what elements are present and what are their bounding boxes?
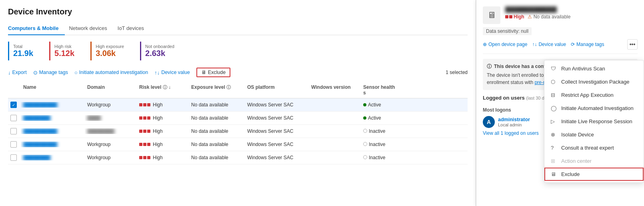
risk-label: High — [514, 14, 524, 20]
col-sensor[interactable]: Sensor health s — [361, 84, 401, 96]
row-checkbox[interactable] — [8, 141, 21, 148]
menu-consult-expert[interactable]: ? Consult a threat expert — [544, 141, 644, 154]
export-icon: ↓ — [8, 70, 11, 76]
most-logons-label: Most logons — [483, 107, 511, 113]
col-risk[interactable]: Risk level ⓘ ↓ — [137, 84, 189, 96]
col-os[interactable]: OS platform — [245, 84, 309, 96]
initiate-investigation-button[interactable]: ○ Initiate automated investigation — [74, 70, 148, 76]
user-name[interactable]: administrator — [498, 117, 530, 122]
row-os: Windows Server SAC — [245, 102, 309, 108]
more-actions-button[interactable]: ••• — [627, 39, 638, 50]
row-domain: ████ — [85, 115, 137, 121]
table-row[interactable]: ██████████ ████████ High No data availab… — [8, 125, 468, 138]
action-bar: ⊕ Open device page ↑↓ Device value ⟳ Man… — [483, 39, 638, 54]
table-row[interactable]: ██████████ Workgroup High No data availa… — [8, 138, 468, 151]
investigate-icon: ◯ — [551, 105, 557, 111]
arrows-icon: ↑↓ — [154, 70, 160, 76]
left-panel: Device Inventory Computers & Mobile Netw… — [0, 0, 476, 206]
isolate-icon: ⊗ — [551, 132, 557, 138]
device-icon: 🖥 — [483, 6, 500, 24]
manage-tags-button[interactable]: ⊙ Manage tags — [33, 70, 68, 76]
stat-total: Total 21.9k — [8, 42, 43, 60]
col-exposure[interactable]: Exposure level ⓘ — [189, 84, 245, 96]
row-checkbox[interactable] — [8, 128, 21, 134]
row-exposure: No data available — [189, 155, 245, 160]
menu-isolate-device[interactable]: ⊗ Isolate Device — [544, 128, 644, 141]
row-checkbox[interactable] — [8, 154, 21, 161]
tab-bar: Computers & Mobile Network devices IoT d… — [8, 22, 468, 35]
device-status: High ⚠ No data available — [505, 14, 638, 20]
row-risk: High — [137, 115, 189, 121]
device-name: ██████████████ — [505, 6, 638, 12]
row-os: Windows Server SAC — [245, 128, 309, 134]
question-icon: ? — [551, 145, 557, 151]
stat-high-exposure: High exposure 3.06k — [90, 42, 134, 60]
logged-users-title: Logged on users (last 30 days) — [483, 95, 552, 101]
row-name[interactable]: ██████████ — [21, 102, 85, 108]
col-winver[interactable]: Windows version — [309, 84, 361, 96]
menu-run-av-scan[interactable]: 🛡 Run Antivirus Scan — [544, 62, 644, 75]
menu-action-center: ⊞ Action center — [544, 154, 644, 168]
device-value-panel-button[interactable]: ↑↓ Device value — [532, 42, 566, 47]
row-name[interactable]: ████████ — [21, 155, 85, 160]
selected-count: 1 selected — [446, 70, 468, 75]
user-entry: A administrator Local admin — [483, 116, 530, 128]
table-row[interactable]: ████████ Workgroup High No data availabl… — [8, 151, 468, 164]
action-center-icon: ⊞ — [551, 158, 557, 164]
open-device-page-button[interactable]: ⊕ Open device page — [483, 42, 527, 47]
exclude-button[interactable]: 🖥 Exclude — [196, 68, 230, 77]
row-domain: Workgroup — [85, 142, 137, 147]
tab-network[interactable]: Network devices — [69, 22, 113, 35]
info-circle-icon: ⓘ — [487, 63, 492, 70]
user-role: Local admin — [498, 122, 530, 127]
stats-row: Total 21.9k High risk 5.12k High exposur… — [8, 42, 468, 60]
warn-icon: ⚠ — [528, 14, 532, 20]
risk-sq-1 — [505, 15, 508, 18]
menu-restrict-app[interactable]: ⊟ Restrict App Execution — [544, 88, 644, 102]
row-risk: High — [137, 155, 189, 160]
device-header: 🖥 ██████████████ High ⚠ No data availabl… — [483, 6, 638, 24]
table-row[interactable]: ████████ ████ High No data available Win… — [8, 112, 468, 125]
block-icon: ⊟ — [551, 92, 557, 98]
row-domain: ████████ — [85, 128, 137, 134]
table-row[interactable]: ✓ ██████████ Workgroup High No data avai… — [8, 98, 468, 112]
row-name[interactable]: ████████ — [21, 115, 85, 121]
risk-badge: High — [505, 14, 524, 20]
menu-initiate-investigation[interactable]: ◯ Initiate Automated Investigation — [544, 102, 644, 115]
package-icon: ⬡ — [551, 79, 557, 85]
col-domain[interactable]: Domain — [85, 84, 137, 96]
exclude-menu-icon: 🖥 — [551, 171, 557, 177]
row-sensor: Active — [361, 115, 401, 121]
row-risk: High — [137, 142, 189, 147]
menu-collect-investigation[interactable]: ⬡ Collect Investigation Package — [544, 75, 644, 88]
toolbar: ↓ Export ⊙ Manage tags ○ Initiate automa… — [8, 68, 468, 77]
row-checkbox[interactable]: ✓ — [8, 102, 21, 108]
export-button[interactable]: ↓ Export — [8, 70, 27, 76]
risk-squares — [505, 15, 512, 18]
data-sensitivity: Data sensitivity: null — [483, 27, 532, 35]
menu-exclude[interactable]: 🖥 Exclude — [544, 168, 644, 181]
tag-icon: ⊙ — [33, 70, 38, 76]
row-checkbox[interactable] — [8, 115, 21, 121]
row-sensor: Active — [361, 102, 401, 108]
row-name[interactable]: ██████████ — [21, 128, 85, 134]
row-os: Windows Server SAC — [245, 115, 309, 121]
row-exposure: No data available — [189, 102, 245, 108]
table-header: Name Domain Risk level ⓘ ↓ Exposure leve… — [8, 82, 468, 98]
tab-iot[interactable]: IoT devices — [118, 22, 150, 35]
manage-tags-panel-button[interactable]: ⟳ Manage tags — [571, 42, 604, 47]
device-value-icon: ↑↓ — [532, 42, 537, 47]
device-value-button[interactable]: ↑↓ Device value — [154, 70, 190, 76]
row-name[interactable]: ██████████ — [21, 142, 85, 147]
exclude-toolbar-icon: 🖥 — [201, 70, 206, 75]
col-name[interactable]: Name — [21, 84, 85, 96]
tab-computers[interactable]: Computers & Mobile — [8, 22, 65, 35]
menu-live-response[interactable]: ▷ Initiate Live Response Session — [544, 115, 644, 128]
row-os: Windows Server SAC — [245, 155, 309, 160]
risk-sq-2 — [509, 15, 512, 18]
row-domain: Workgroup — [85, 102, 137, 108]
user-details: administrator Local admin — [498, 117, 530, 127]
circle-icon: ○ — [74, 70, 78, 76]
row-exposure: No data available — [189, 115, 245, 121]
row-risk: High — [137, 102, 189, 108]
